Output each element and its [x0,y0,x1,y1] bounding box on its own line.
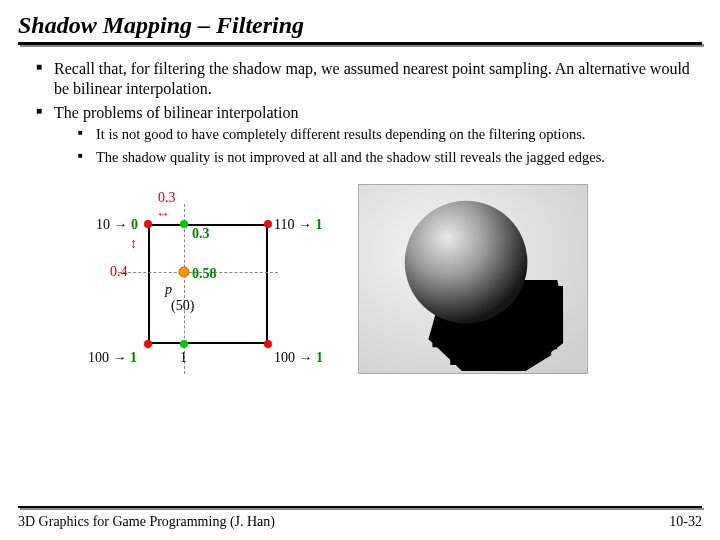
title-underline [18,42,702,45]
bullet-2: The problems of bilinear interpolation I… [36,103,702,165]
p-label: p [165,282,172,298]
interp-dot-bottom [180,340,188,348]
interp-dot-top [180,220,188,228]
corner-dot-tl [144,220,152,228]
interp-center-label: 0.58 [192,266,217,282]
corner-bl-label: 100 → 1 [88,350,137,366]
offset-arrow-v: ↕ [130,236,137,252]
interp-top-label: 0.3 [192,226,210,242]
footer-page-number: 10-32 [669,514,702,530]
svg-point-1 [405,200,528,323]
offset-left-label: 0.4 [110,264,128,280]
content-area: Recall that, for filtering the shadow ma… [18,59,702,398]
subbullet-1: It is not good to have completely differ… [78,125,702,143]
interp-bottom-label: 1 [180,350,187,366]
figure-row: ↔ ↕ 0.3 0.4 0.3 0.58 p (50) [18,184,702,399]
corner-dot-tr [264,220,272,228]
corner-tr-label: 110 → 1 [274,217,322,233]
sample-point-p [179,266,190,277]
subbullet-2: The shadow quality is not improved at al… [78,148,702,166]
corner-br-label: 100 → 1 [274,350,323,366]
offset-arrow-h: ↔ [156,206,170,222]
footer-left: 3D Graphics for Game Programming (J. Han… [18,514,275,530]
p-depth: (50) [171,298,194,314]
footer: 3D Graphics for Game Programming (J. Han… [18,506,702,530]
corner-dot-bl [144,340,152,348]
corner-dot-br [264,340,272,348]
bullet-1: Recall that, for filtering the shadow ma… [36,59,702,99]
footer-rule [18,506,702,508]
bilinear-diagram: ↔ ↕ 0.3 0.4 0.3 0.58 p (50) [78,184,308,399]
dashed-vertical [184,204,185,374]
bullet-2-text: The problems of bilinear interpolation [54,104,298,121]
offset-top-label: 0.3 [158,190,176,206]
corner-tl-label: 10 → 0 [96,217,138,233]
rendered-shadow-image [358,184,588,374]
slide-title: Shadow Mapping – Filtering [18,12,702,38]
